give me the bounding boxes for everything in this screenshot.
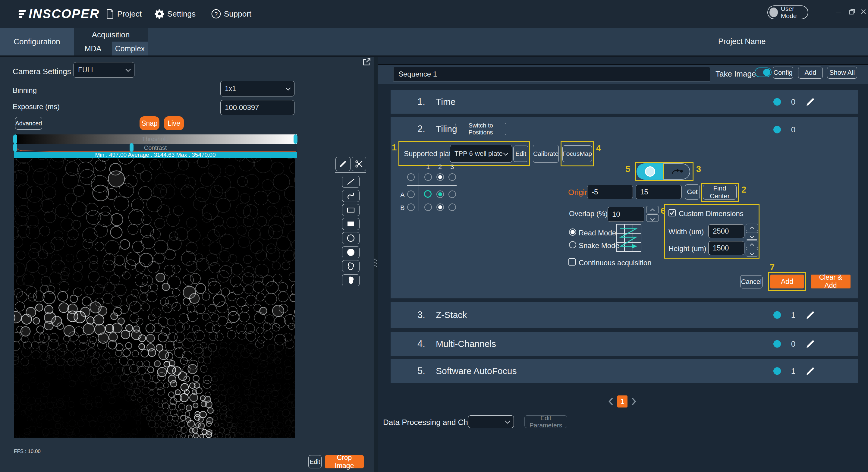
- well-a1[interactable]: [424, 190, 432, 198]
- draw-pencil-tool[interactable]: [336, 157, 350, 171]
- plate-col-2-label: 2: [436, 163, 444, 171]
- config-button[interactable]: Config: [773, 67, 793, 79]
- tab-configuration[interactable]: Configuration: [0, 28, 74, 56]
- add-sequence-button[interactable]: Add: [798, 67, 823, 79]
- plate-select-all[interactable]: [407, 173, 415, 181]
- well-b2[interactable]: [436, 203, 444, 211]
- step-row-time[interactable]: 1. Time 0: [391, 90, 858, 114]
- height-up-button[interactable]: [746, 241, 758, 248]
- menu-support[interactable]: ? Support: [211, 0, 251, 28]
- plate-col-3-label: 3: [448, 163, 456, 171]
- well-b3[interactable]: [448, 203, 456, 211]
- plate-col-1-selector[interactable]: [424, 173, 432, 181]
- plate-edit-button[interactable]: Edit: [513, 146, 528, 162]
- binning-dropdown[interactable]: 1x1: [220, 81, 294, 96]
- overlap-input[interactable]: [608, 207, 644, 222]
- rectangle-tool[interactable]: [342, 204, 360, 216]
- well-b1[interactable]: [424, 203, 432, 211]
- menu-settings[interactable]: Settings: [154, 0, 195, 28]
- annotation-2: 2: [741, 185, 746, 195]
- page-prev-button[interactable]: [607, 397, 615, 406]
- snap-button[interactable]: Snap: [140, 116, 159, 130]
- focusmap-button[interactable]: FocusMap: [562, 145, 592, 162]
- microscopy-image[interactable]: [14, 158, 295, 438]
- origin-y-input[interactable]: [636, 185, 682, 199]
- overlap-down-button[interactable]: [646, 214, 659, 222]
- snake-mode-radio[interactable]: [569, 241, 576, 248]
- contrast-handle-mid[interactable]: [130, 143, 133, 152]
- height-down-button[interactable]: [746, 249, 758, 256]
- edit-step-button[interactable]: [805, 339, 815, 349]
- minimize-button[interactable]: [834, 7, 843, 16]
- freeform-tool[interactable]: [342, 260, 360, 272]
- filled-circle-tool[interactable]: [342, 246, 360, 258]
- find-center-button[interactable]: Find Center: [703, 185, 737, 199]
- continuous-acquisition-checkbox[interactable]: [568, 258, 576, 265]
- threshold-handle-right[interactable]: [293, 134, 298, 144]
- threshold-handle-left[interactable]: [13, 134, 17, 144]
- plate-row-b-selector[interactable]: [407, 203, 415, 211]
- tab-mda[interactable]: MDA: [74, 41, 112, 56]
- crop-image-button[interactable]: Crop Image: [325, 455, 364, 468]
- threshold-slider[interactable]: Threshold: [14, 134, 297, 144]
- custom-dimensions-checkbox[interactable]: [669, 209, 676, 216]
- get-button[interactable]: Get: [685, 185, 700, 199]
- edit-step-button[interactable]: [805, 310, 815, 320]
- page-number[interactable]: 1: [617, 396, 627, 408]
- menu-project[interactable]: Project: [105, 0, 142, 28]
- cancel-button[interactable]: Cancel: [740, 275, 763, 288]
- overlap-up-button[interactable]: [646, 206, 659, 213]
- circle-tool[interactable]: [342, 232, 360, 244]
- sequence-name-input[interactable]: [393, 67, 710, 82]
- edit-step-button[interactable]: [805, 97, 815, 107]
- camera-mode-dropdown[interactable]: FULL: [73, 62, 134, 78]
- advanced-button[interactable]: Advanced: [15, 117, 42, 130]
- live-button[interactable]: Live: [164, 116, 184, 130]
- line-tool[interactable]: [342, 176, 360, 188]
- close-button[interactable]: [859, 7, 868, 16]
- tiling-mode-toggle-right[interactable]: [663, 163, 690, 180]
- step-row-zstack[interactable]: 3. Z-Stack 1: [391, 302, 858, 328]
- tab-acquisition[interactable]: Acquisition: [74, 30, 148, 39]
- popout-button[interactable]: [362, 57, 372, 68]
- calibrate-button[interactable]: Calibrate: [533, 145, 559, 163]
- width-up-button[interactable]: [746, 224, 758, 231]
- curve-tool[interactable]: [342, 190, 360, 202]
- page-next-button[interactable]: [630, 397, 638, 406]
- image-edit-button[interactable]: Edit: [308, 455, 321, 468]
- plate-row-a-selector[interactable]: [407, 190, 415, 198]
- tab-complex[interactable]: Complex: [112, 41, 148, 56]
- read-mode-radio[interactable]: [569, 228, 576, 236]
- contrast-slider[interactable]: Contrast: [14, 144, 297, 152]
- take-image-toggle[interactable]: [755, 67, 772, 77]
- well-a3[interactable]: [448, 190, 456, 198]
- step-row-multichannels[interactable]: 4. Multi-Channels 0: [391, 332, 858, 356]
- filled-freeform-tool[interactable]: [342, 274, 360, 286]
- height-input[interactable]: [708, 241, 744, 255]
- panel-divider[interactable]: [374, 57, 378, 472]
- contrast-handle-left[interactable]: [13, 143, 17, 152]
- restore-button[interactable]: [847, 7, 857, 16]
- origin-label: Origin: [568, 188, 589, 197]
- width-label: Width (um): [669, 227, 704, 236]
- plate-col-2-selector[interactable]: [436, 173, 444, 181]
- data-processing-dropdown[interactable]: [468, 415, 514, 428]
- plate-dropdown[interactable]: TPP 6-well plate: [450, 145, 512, 163]
- tiling-add-button[interactable]: Add: [770, 275, 804, 288]
- user-mode-toggle[interactable]: User Mode: [767, 5, 808, 19]
- edit-step-button[interactable]: [805, 366, 815, 376]
- cut-tool[interactable]: [352, 157, 366, 171]
- edit-parameters-button[interactable]: Edit Parameters: [524, 415, 567, 428]
- switch-to-positions-button[interactable]: Switch to Positions: [455, 123, 506, 135]
- tiling-mode-toggle-left[interactable]: [637, 163, 663, 180]
- width-down-button[interactable]: [746, 232, 758, 240]
- show-all-button[interactable]: Show All: [827, 67, 857, 79]
- step-row-autofocus[interactable]: 5. Software AutoFocus 1: [391, 359, 858, 383]
- width-input[interactable]: [708, 224, 744, 238]
- exposure-input[interactable]: [220, 100, 294, 115]
- clear-and-add-button[interactable]: Clear & Add: [811, 275, 850, 288]
- plate-col-3-selector[interactable]: [448, 173, 456, 181]
- origin-x-input[interactable]: [587, 185, 633, 199]
- filled-rectangle-tool[interactable]: [342, 218, 360, 230]
- well-a2[interactable]: [436, 190, 444, 198]
